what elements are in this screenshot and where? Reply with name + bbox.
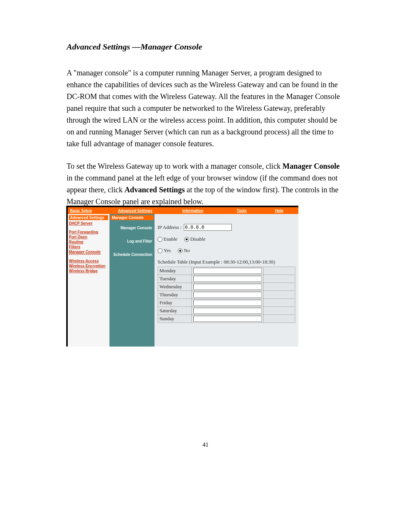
paragraph-2-bold-manager-console: Manager Console: [282, 162, 339, 170]
radio-yes[interactable]: Yes: [158, 248, 171, 254]
schedule-input-thursday[interactable]: [193, 292, 262, 298]
nav-tools[interactable]: Tools: [223, 208, 264, 214]
schedule-tail-cell: [264, 283, 295, 291]
radio-enable[interactable]: Enable: [158, 236, 177, 242]
sidebar-link-routing[interactable]: Routing: [69, 240, 83, 244]
schedule-table: Monday Tuesday Wednesday: [158, 267, 295, 323]
sidebar-link-port-forwarding[interactable]: Port Forwarding: [69, 230, 98, 235]
paragraph-2: To set the Wireless Gateway up to work w…: [67, 160, 344, 208]
radio-no-label: No: [184, 248, 190, 254]
day-cell-monday: Monday: [158, 267, 192, 275]
radio-icon: [184, 237, 189, 242]
sidebar-link-wireless-bridge[interactable]: Wireless Bridge: [69, 268, 98, 273]
nav-information[interactable]: Information: [167, 208, 223, 214]
day-cell-tuesday: Tuesday: [158, 275, 192, 283]
left-sidebar: Advanced Settings DHCP Server Port Forwa…: [68, 214, 110, 347]
sidebar-link-dhcp-server[interactable]: DHCP Server: [69, 221, 92, 226]
paragraph-2-a: To set the Wireless Gateway up to work w…: [67, 162, 282, 170]
embedded-screenshot: Basic Setup Advanced Settings Informatio…: [66, 206, 298, 347]
row-label-schedule-connection: Schedule Connection: [110, 251, 155, 258]
page-number: 41: [0, 441, 411, 448]
log-and-filter-row: Enable Disable: [158, 236, 295, 242]
radio-icon: [158, 248, 162, 253]
radio-icon: [158, 237, 162, 242]
radio-icon: [178, 248, 183, 253]
schedule-tail-cell: [264, 315, 295, 323]
nav-help[interactable]: Help: [264, 208, 298, 214]
radio-yes-label: Yes: [164, 248, 171, 254]
table-row: Wednesday: [158, 283, 295, 291]
sidebar-link-wireless-access[interactable]: Wireless Access: [69, 259, 99, 264]
panel-header-manager-console: Manager Console: [110, 215, 154, 220]
ip-address-label: IP Address :: [158, 224, 182, 230]
page-heading: Advanced Settings —Manager Console: [67, 42, 344, 52]
ip-address-input[interactable]: [184, 224, 232, 231]
day-cell-sunday: Sunday: [158, 315, 192, 323]
top-nav: Basic Setup Advanced Settings Informatio…: [68, 207, 298, 214]
schedule-input-monday[interactable]: [193, 268, 262, 274]
main-panel: IP Address : Enable Disable: [155, 214, 298, 347]
schedule-tail-cell: [264, 267, 295, 275]
row-labels-column: Manager Console Manager Console Log and …: [110, 214, 155, 347]
radio-no[interactable]: No: [178, 248, 190, 254]
schedule-input-saturday[interactable]: [193, 308, 262, 314]
row-label-log-and-filter: Log and Filter: [110, 238, 155, 244]
document-page: Advanced Settings —Manager Console A "ma…: [0, 0, 411, 532]
schedule-tail-cell: [264, 307, 295, 315]
schedule-tail-cell: [264, 291, 295, 299]
paragraph-1: A "manager console" is a computer runnin…: [67, 67, 344, 150]
table-row: Saturday: [158, 307, 295, 315]
schedule-input-wednesday[interactable]: [193, 284, 262, 290]
table-row: Tuesday: [158, 275, 295, 283]
schedule-input-tuesday[interactable]: [193, 276, 262, 282]
sidebar-link-manager-console[interactable]: Manager Console: [69, 249, 100, 255]
table-row: Friday: [158, 299, 295, 307]
schedule-input-sunday[interactable]: [193, 316, 262, 322]
day-cell-saturday: Saturday: [158, 307, 192, 315]
sidebar-link-port-open[interactable]: Port Open: [69, 235, 87, 240]
sidebar-link-wireless-encryption[interactable]: Wireless Encryption: [69, 264, 105, 268]
schedule-tail-cell: [264, 275, 295, 283]
nav-basic-setup[interactable]: Basic Setup: [68, 208, 116, 214]
table-row: Thursday: [158, 291, 295, 299]
sidebar-section-header: Advanced Settings: [69, 215, 108, 220]
schedule-connection-row: Yes No: [158, 248, 295, 254]
radio-disable[interactable]: Disable: [184, 236, 206, 242]
day-cell-wednesday: Wednesday: [158, 283, 192, 291]
table-row: Sunday: [158, 315, 295, 323]
nav-advanced-settings[interactable]: Advanced Settings: [116, 208, 167, 214]
row-label-manager-console: Manager Console: [110, 225, 155, 231]
table-row: Monday: [158, 267, 295, 275]
paragraph-2-bold-advanced-settings: Advanced Settings: [124, 185, 185, 194]
schedule-table-title: Schedule Table (Input Example : 08:30-12…: [158, 259, 295, 265]
day-cell-friday: Friday: [158, 299, 192, 307]
schedule-input-friday[interactable]: [193, 300, 262, 306]
schedule-tail-cell: [264, 299, 295, 307]
ip-address-row: IP Address :: [158, 224, 295, 231]
radio-disable-label: Disable: [190, 236, 206, 242]
sidebar-link-filters[interactable]: Filters: [69, 244, 80, 249]
radio-enable-label: Enable: [164, 236, 177, 242]
day-cell-thursday: Thursday: [158, 291, 192, 299]
